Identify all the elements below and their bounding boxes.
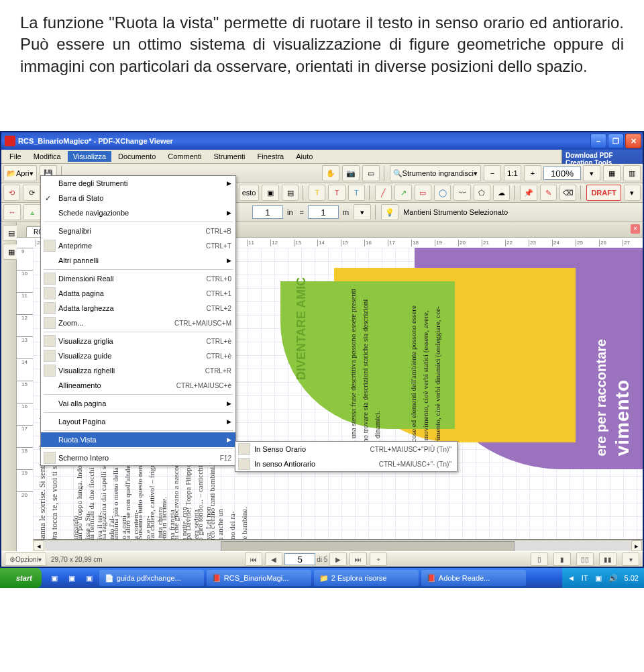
taskbar-item-1[interactable]: 📄 guida pdfxchange... [99,570,204,586]
prev-page-icon[interactable]: ◀ [265,553,282,566]
first-page-icon[interactable]: ⏮ [245,553,262,566]
facing-icon[interactable]: ▯▯ [576,553,594,566]
zoom-input[interactable] [543,166,581,180]
polyline-icon[interactable]: 〰 [453,185,470,201]
menu-finestra[interactable]: Finestra [252,151,290,162]
nav-more-icon[interactable]: ⚬ [370,553,387,566]
polygon-icon[interactable]: ⬠ [474,185,490,201]
quick-launch-icon2[interactable]: ▣ [64,571,80,585]
menu-file[interactable]: File [4,151,27,162]
layout-more-icon[interactable]: ▾ [622,553,639,566]
maximize-button[interactable]: ❐ [608,134,624,148]
arrow-icon[interactable]: ↗ [394,185,411,201]
tray-icon[interactable]: ◄ [568,574,575,582]
quick-launch-icon3[interactable]: ▣ [81,571,97,585]
last-page-icon[interactable]: ⏭ [350,553,367,566]
menu-item-schede-navigazionbe[interactable]: Schede navigazionbe▶ [41,205,235,220]
strikeout-icon[interactable]: T [328,185,345,201]
close-button[interactable]: ✕ [625,134,641,148]
back-icon[interactable]: ⟲ [3,185,20,201]
pushpin-icon[interactable]: 📌 [520,185,537,201]
menu-item-ruota-vista[interactable]: Ruota Vista▶ [41,432,235,447]
submenu-item-in-senso-antiorario[interactable]: In senso AntiorarioCTRL+MAIUSC+"- (Tn)" [235,457,457,471]
zoom-in-icon[interactable]: + [524,165,541,181]
clock[interactable]: 5.02 [625,574,639,582]
next-page-icon[interactable]: ▶ [329,553,347,566]
scale-dropdown[interactable]: ▾ [354,204,371,220]
hand-tool-icon[interactable]: ✋ [322,165,339,181]
taskbar-item-2[interactable]: 📕 RCS_BinarioMagi... [207,570,311,586]
menu-item-barra-di-stato[interactable]: ✓Barra di Stato [41,191,235,205]
start-button[interactable]: start [0,568,42,588]
pencil-icon[interactable]: ✎ [540,185,557,201]
stamp-icon[interactable]: ▤ [282,185,299,201]
cloud-icon[interactable]: ☁ [493,185,510,201]
menu-aiuto[interactable]: Aiuto [290,151,318,162]
menu-modifica[interactable]: Modifica [28,151,66,162]
oval-icon[interactable]: ◯ [434,185,451,201]
horizontal-scrollbar[interactable]: ◂ ▸ [33,540,643,551]
single-page-icon[interactable]: ▯ [531,553,548,566]
eraser-icon[interactable]: ⌫ [559,185,576,201]
menu-item-layout-pagina[interactable]: Layout Pagina▶ [41,414,235,429]
menu-strumenti[interactable]: Strumenti [208,151,250,162]
menu-item-barre-degli-strumenti[interactable]: Barre degli Strumenti▶ [41,176,235,191]
current-page-input[interactable] [284,553,315,565]
draft-stamp[interactable]: DRAFT [586,185,621,201]
tab-close-icon[interactable]: × [631,224,640,234]
line-icon[interactable]: ╱ [375,185,392,201]
pdf-viewer-window: RCS_BinarioMagico* - PDF-XChange Viewer … [0,131,644,568]
taskbar-item-3[interactable]: 📁 2 Esplora risorse [314,570,419,586]
note-icon[interactable]: ▣ [262,185,278,201]
forward-icon[interactable]: ⟳ [23,185,40,201]
snapshot-icon[interactable]: 📷 [342,165,360,181]
zoom-dropdown[interactable]: ▾ [583,165,600,181]
menu-item-altri-pannelli[interactable]: Altri pannelli▶ [41,253,235,268]
quick-launch-icon1[interactable]: ▣ [46,571,62,585]
menu-item-zoom-[interactable]: Zoom...CTRL+MAIUSC+M [41,316,235,330]
menu-item-vai-alla-pagina[interactable]: Vai alla pagina▶ [41,396,235,411]
zoom-out-icon[interactable]: − [484,165,501,181]
tray-network-icon[interactable]: ▣ [595,574,602,583]
scroll-right-icon[interactable]: ▸ [631,540,642,551]
fit-page-icon[interactable]: ▦ [603,165,621,181]
system-tray: ◄ IT ▣ 🔊 5.02 [562,568,644,588]
scale-from[interactable] [252,205,283,219]
text-annotation-button[interactable]: esto [239,185,260,201]
rectangle-icon[interactable]: ▭ [415,185,431,201]
menu-item-visualizza-guide[interactable]: Visualizza guideCTRL+è [41,348,235,363]
continuous-facing-icon[interactable]: ▮▮ [599,553,616,566]
menu-item-adatta-pagina[interactable]: Adatta paginaCTRL+1 [41,286,235,301]
tray-volume-icon[interactable]: 🔊 [608,574,618,583]
scroll-left-icon[interactable]: ◂ [34,540,44,551]
continuous-icon[interactable]: ▮ [553,553,571,566]
lightbulb-icon[interactable]: 💡 [381,204,398,220]
menu-item-schermo-intero[interactable]: Schermo InteroF12 [41,450,235,465]
menu-commenti[interactable]: Commenti [162,151,207,162]
measure-icon[interactable]: ↔ [3,204,21,220]
underline-icon[interactable]: T [348,185,365,201]
minimize-button[interactable]: – [590,134,606,148]
perimeter-icon[interactable]: ⟁ [23,204,41,220]
menu-item-anteprime[interactable]: AnteprimeCTRL+T [41,238,235,253]
options-button[interactable]: ⚙ Opzioni ▾ [5,553,46,566]
language-indicator[interactable]: IT [582,574,588,582]
menu-item-dimensioni-reali[interactable]: Dimensioni RealiCTRL+0 [41,271,235,286]
menu-item-visualizza-griglia[interactable]: Visualizza grigliaCTRL+è [41,334,235,348]
zoom-tool[interactable]: 🔍 Strumento ingrandisci ▾ [390,165,481,181]
highlight-icon[interactable]: T [309,185,325,201]
select-icon[interactable]: ▭ [362,165,380,181]
menu-item-allineamento[interactable]: AllineamentoCTRL+MAIUSC+è [41,378,235,393]
menu-visualizza[interactable]: Visualizza [68,151,111,162]
menu-item-visualizza-righelli[interactable]: Visualizza righelliCTRL+R [41,363,235,378]
menu-item-segnalibri[interactable]: SegnalibriCTRL+B [41,224,235,238]
scale-to[interactable] [308,205,339,219]
open-button[interactable]: 📂 Apri ▾ [3,165,37,181]
taskbar-item-4[interactable]: 📕 Adobe Reade... [421,570,526,586]
stamp-dropdown[interactable]: ▾ [624,185,641,201]
menu-documento[interactable]: Documento [113,151,161,162]
menu-item-adatta-larghezza[interactable]: Adatta larghezzaCTRL+2 [41,301,235,316]
fit-actual-icon[interactable]: 1:1 [504,165,521,181]
submenu-item-in-senso-orario[interactable]: In Senso OrarioCTRL+MAIUSC+"PIÙ (Tn)" [235,442,457,457]
fit-width-icon[interactable]: ▥ [623,165,641,181]
